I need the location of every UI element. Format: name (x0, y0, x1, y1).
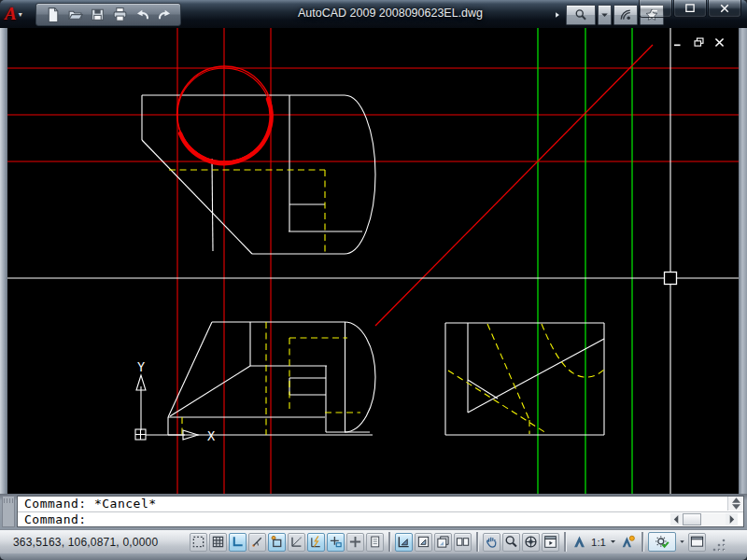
polar-icon (250, 535, 264, 549)
save-icon (90, 7, 106, 22)
new-icon (45, 7, 61, 22)
scroll-left-icon[interactable] (670, 513, 683, 525)
window-title: AutoCAD 2009 2008090623EL.dwg (298, 7, 483, 20)
layout-button[interactable] (415, 533, 432, 552)
status-toggle-dyn-button[interactable] (327, 533, 345, 552)
show-motion-icon (543, 535, 557, 549)
model-button[interactable] (395, 533, 413, 552)
command-input-line[interactable]: Command: (18, 512, 87, 526)
crosshair-cursor (7, 28, 739, 494)
maximize-button[interactable] (673, 0, 707, 18)
resize-grip[interactable] (712, 538, 726, 553)
status-toggle-otrack-button[interactable] (288, 533, 305, 552)
spin-up-icon (732, 497, 740, 503)
status-toggle-ortho-button[interactable] (229, 533, 247, 552)
new-button[interactable] (41, 5, 63, 24)
redo-icon (157, 7, 173, 22)
zoom-icon (504, 535, 518, 549)
quick-access-toolbar (35, 3, 181, 26)
annotation-scale-button[interactable] (571, 533, 588, 552)
minimize-icon (650, 3, 661, 14)
open-button[interactable] (63, 5, 86, 24)
maximize-icon (684, 3, 696, 14)
minimize-button[interactable] (639, 0, 672, 18)
close-button[interactable] (708, 0, 741, 18)
status-toggle-lwt-button[interactable] (346, 533, 364, 552)
show-motion-button[interactable] (542, 533, 559, 552)
lwt-icon (348, 535, 362, 549)
autocad-logo-icon: A (5, 4, 17, 24)
redo-button[interactable] (153, 5, 176, 24)
status-toggle-grid-button[interactable] (209, 533, 227, 552)
snap-icon (191, 535, 205, 549)
ortho-icon (231, 535, 245, 549)
annotation-scale-dropdown-icon[interactable] (608, 533, 618, 552)
otrack-icon (289, 535, 303, 549)
document-minimize-button[interactable] (672, 36, 684, 49)
construction-lines (7, 28, 739, 494)
zoom-button[interactable] (502, 533, 520, 552)
document-restore-button[interactable] (693, 36, 705, 49)
separator (476, 532, 478, 552)
command-panel-drag-handle[interactable] (2, 496, 15, 527)
status-toggle-ducs-button[interactable] (307, 533, 325, 552)
clean-screen-icon (690, 535, 704, 549)
command-scroll-spinner[interactable] (727, 497, 743, 511)
svg-text:X: X (207, 428, 215, 443)
spin-down-icon (732, 504, 740, 510)
annotation-scale-value[interactable]: 1:1 (591, 537, 606, 548)
search-dropdown-button[interactable] (598, 5, 612, 25)
cad-geometry: YX (135, 95, 604, 443)
annotation-visibility-button[interactable] (619, 533, 637, 552)
command-window: Command: *Cancel* Command: (17, 496, 744, 527)
search-dropdown-icon (599, 8, 611, 21)
undo-icon (134, 7, 150, 22)
qp-icon (368, 535, 382, 549)
workspace-switching-button[interactable] (648, 532, 676, 552)
clean-screen-button[interactable] (688, 533, 706, 552)
cad-drawing: YX (7, 28, 739, 494)
app-menu-button[interactable]: A ▾ (5, 3, 35, 25)
status-toggle-snap-button[interactable] (190, 533, 207, 552)
layout-tools-group (394, 533, 472, 552)
communication-center-button[interactable] (613, 5, 638, 25)
steering-wheel-button[interactable] (522, 533, 540, 552)
document-close-button[interactable] (713, 36, 726, 49)
title-bar: A ▾ AutoCAD 2009 2008090623EL.dwg (0, 0, 747, 28)
search-button[interactable] (566, 5, 596, 25)
minimize-icon (672, 36, 684, 49)
coordinates-display[interactable]: 363,5163, 106,0871, 0,0000 (0, 536, 189, 549)
window-controls (638, 0, 741, 18)
application-window: A ▾ AutoCAD 2009 2008090623EL.dwg YX Com… (0, 0, 747, 560)
layout-icon (416, 535, 430, 549)
pan-button[interactable] (483, 533, 500, 552)
separator (388, 532, 390, 552)
quick-view-layouts-icon (436, 535, 450, 549)
document-window-controls (672, 36, 726, 49)
status-dropdown-button[interactable] (677, 533, 687, 552)
status-dropdown-icon (678, 538, 686, 546)
communication-center-icon (619, 8, 632, 21)
undo-button[interactable] (131, 5, 153, 24)
window-border-left (0, 28, 7, 494)
quick-view-layouts-button[interactable] (434, 533, 452, 552)
quick-view-drawings-button[interactable] (454, 533, 472, 552)
drawing-canvas[interactable]: YX (7, 28, 739, 494)
scrollbar-thumb[interactable] (683, 513, 701, 525)
separator (564, 532, 566, 552)
restore-icon (693, 36, 705, 49)
status-toggle-qp-button[interactable] (366, 533, 384, 552)
command-horizontal-scrollbar[interactable] (670, 513, 738, 525)
close-icon (713, 36, 726, 49)
chevron-down-icon: ▾ (19, 10, 22, 19)
print-button[interactable] (108, 5, 131, 24)
status-toggle-polar-button[interactable] (248, 533, 266, 552)
svg-text:Y: Y (137, 359, 145, 374)
print-icon (112, 7, 128, 22)
status-toggle-osnap-button[interactable] (268, 533, 286, 552)
status-bar: 363,5163, 106,0871, 0,0000 1:1 (0, 529, 747, 553)
scroll-right-icon[interactable] (726, 513, 738, 525)
pan-icon (485, 535, 499, 549)
save-button[interactable] (86, 5, 108, 24)
toolbar-overflow-icon[interactable] (551, 10, 564, 20)
